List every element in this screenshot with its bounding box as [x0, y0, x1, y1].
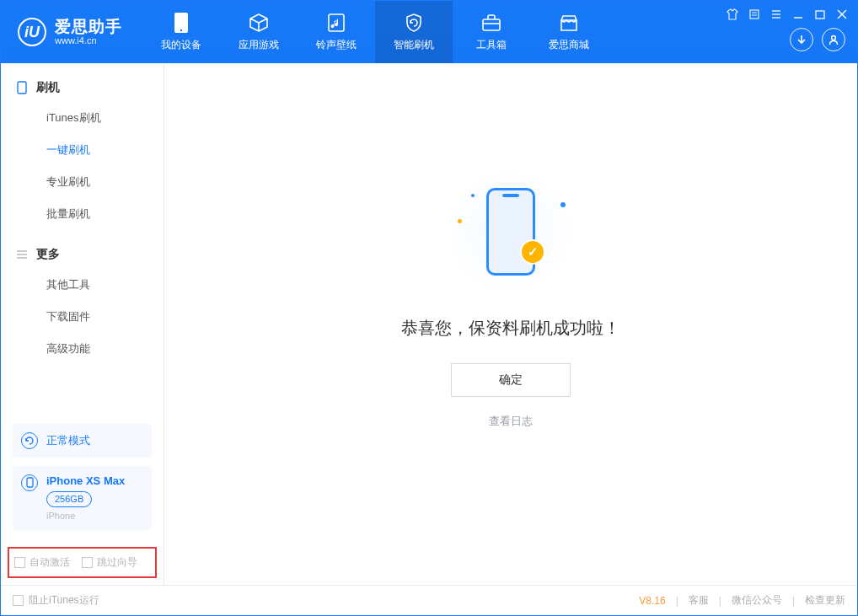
- phone-circle-icon: [21, 474, 38, 491]
- shirt-icon[interactable]: [726, 8, 739, 21]
- app-name: 爱思助手: [55, 19, 122, 36]
- device-icon: [171, 13, 191, 33]
- separator: |: [719, 595, 721, 607]
- download-button[interactable]: [790, 28, 813, 51]
- window-controls: [726, 8, 849, 21]
- svg-rect-21: [27, 478, 33, 487]
- sidebar-item-advanced[interactable]: 高级功能: [1, 333, 164, 365]
- link-support[interactable]: 客服: [689, 593, 709, 608]
- group-title: 刷机: [36, 80, 60, 95]
- close-button[interactable]: [835, 8, 849, 21]
- nav-my-device[interactable]: 我的设备: [142, 1, 220, 63]
- status-right: V8.16 | 客服 | 微信公众号 | 检查更新: [639, 593, 845, 608]
- checkbox-skip-guide[interactable]: 跳过向导: [82, 555, 137, 570]
- nav-ringtone-wallpaper[interactable]: 铃声壁纸: [298, 1, 375, 63]
- nav-smart-flash[interactable]: 智能刷机: [375, 1, 453, 63]
- sidebar-group-more[interactable]: 更多: [1, 240, 164, 269]
- checkbox-auto-activate[interactable]: 自动激活: [14, 555, 70, 570]
- separator: |: [792, 595, 795, 607]
- maximize-button[interactable]: [813, 8, 827, 21]
- nav-label: 铃声壁纸: [316, 38, 357, 52]
- app-window: iU 爱思助手 www.i4.cn 我的设备 应用游戏 铃声壁纸 智能刷机: [0, 0, 858, 616]
- checkbox-icon: [82, 557, 93, 568]
- svg-rect-12: [816, 11, 824, 19]
- sidebar-item-batch-flash[interactable]: 批量刷机: [1, 198, 164, 230]
- link-check-update[interactable]: 检查更新: [805, 593, 845, 608]
- nav-apps-games[interactable]: 应用游戏: [220, 1, 298, 63]
- logo-text: 爱思助手 www.i4.cn: [55, 19, 122, 46]
- minimize-button[interactable]: [791, 8, 805, 21]
- status-bar: 阻止iTunes运行 V8.16 | 客服 | 微信公众号 | 检查更新: [1, 585, 857, 615]
- checkbox-label: 自动激活: [29, 555, 70, 570]
- mode-card[interactable]: 正常模式: [13, 424, 152, 458]
- app-body: 刷机 iTunes刷机 一键刷机 专业刷机 批量刷机 更多 其他工具 下载固件 …: [1, 63, 857, 585]
- titlebar-actions: [790, 28, 845, 51]
- success-illustration: ✓: [448, 169, 574, 295]
- device-card[interactable]: iPhone XS Max 256GB iPhone: [13, 466, 152, 530]
- checkbox-icon: [14, 557, 25, 568]
- logo-block[interactable]: iU 爱思助手 www.i4.cn: [1, 1, 136, 63]
- device-meta: iPhone XS Max 256GB iPhone: [46, 474, 125, 522]
- refresh-circle-icon: [21, 432, 38, 449]
- device-storage-badge: 256GB: [46, 491, 92, 506]
- mode-label: 正常模式: [46, 433, 90, 448]
- nav-label: 智能刷机: [394, 38, 434, 52]
- nav-toolbox[interactable]: 工具箱: [453, 1, 530, 63]
- cube-icon: [249, 13, 269, 33]
- sidebar-group-flash[interactable]: 刷机: [1, 73, 164, 102]
- sidebar-device-area: 正常模式 iPhone XS Max 256GB iPhone: [1, 424, 164, 547]
- check-badge-icon: ✓: [520, 239, 545, 265]
- confirm-button[interactable]: 确定: [451, 363, 571, 397]
- user-button[interactable]: [822, 28, 845, 51]
- sidebar-item-download-fw[interactable]: 下载固件: [1, 301, 164, 333]
- note-icon[interactable]: [748, 8, 761, 21]
- nav-label: 应用游戏: [239, 38, 279, 52]
- group-title: 更多: [36, 247, 60, 262]
- checkbox-icon: [13, 595, 24, 606]
- svg-point-16: [832, 36, 836, 40]
- menu-icon[interactable]: [770, 8, 783, 21]
- shield-refresh-icon: [404, 13, 424, 33]
- toolbox-icon: [481, 13, 501, 33]
- svg-rect-2: [329, 14, 344, 31]
- sparkle-icon: [458, 219, 462, 223]
- phone-small-icon: [16, 82, 28, 94]
- nav-label: 我的设备: [161, 38, 201, 52]
- sparkle-icon: [560, 202, 566, 207]
- nav-store[interactable]: 爱思商城: [530, 1, 608, 63]
- sidebar-item-pro-flash[interactable]: 专业刷机: [1, 166, 164, 198]
- device-name: iPhone XS Max: [46, 474, 125, 489]
- nav-label: 爱思商城: [549, 38, 589, 52]
- sidebar-scroll: 刷机 iTunes刷机 一键刷机 专业刷机 批量刷机 更多 其他工具 下载固件 …: [1, 63, 164, 424]
- sparkle-icon: [471, 194, 475, 197]
- success-message: 恭喜您，保资料刷机成功啦！: [401, 317, 620, 340]
- main-area: ✓ 恭喜您，保资料刷机成功啦！ 确定 查看日志: [164, 63, 857, 585]
- checkbox-label: 跳过向导: [97, 555, 137, 570]
- music-file-icon: [326, 13, 346, 33]
- view-log-link[interactable]: 查看日志: [489, 414, 533, 429]
- checkbox-label: 阻止iTunes运行: [29, 593, 99, 608]
- list-small-icon: [16, 249, 28, 260]
- svg-point-1: [180, 29, 182, 30]
- device-type: iPhone: [46, 510, 125, 522]
- svg-rect-5: [750, 10, 759, 19]
- bottom-options-highlighted: 自动激活 跳过向导: [8, 547, 157, 578]
- svg-rect-17: [18, 82, 26, 94]
- sidebar-item-other-tools[interactable]: 其他工具: [1, 269, 164, 301]
- sidebar-item-oneclick-flash[interactable]: 一键刷机: [1, 134, 164, 166]
- nav-label: 工具箱: [476, 38, 507, 52]
- top-nav: 我的设备 应用游戏 铃声壁纸 智能刷机 工具箱 爱思商城: [142, 1, 608, 63]
- store-icon: [559, 13, 579, 33]
- separator: |: [676, 595, 678, 607]
- svg-rect-3: [483, 19, 500, 30]
- sidebar-item-itunes-flash[interactable]: iTunes刷机: [1, 102, 164, 134]
- titlebar: iU 爱思助手 www.i4.cn 我的设备 应用游戏 铃声壁纸 智能刷机: [1, 1, 857, 63]
- sidebar: 刷机 iTunes刷机 一键刷机 专业刷机 批量刷机 更多 其他工具 下载固件 …: [1, 63, 164, 585]
- version-label: V8.16: [639, 595, 665, 607]
- app-url: www.i4.cn: [55, 35, 122, 46]
- logo-icon: iU: [18, 18, 46, 46]
- checkbox-block-itunes[interactable]: 阻止iTunes运行: [13, 593, 99, 608]
- link-wechat[interactable]: 微信公众号: [732, 593, 782, 608]
